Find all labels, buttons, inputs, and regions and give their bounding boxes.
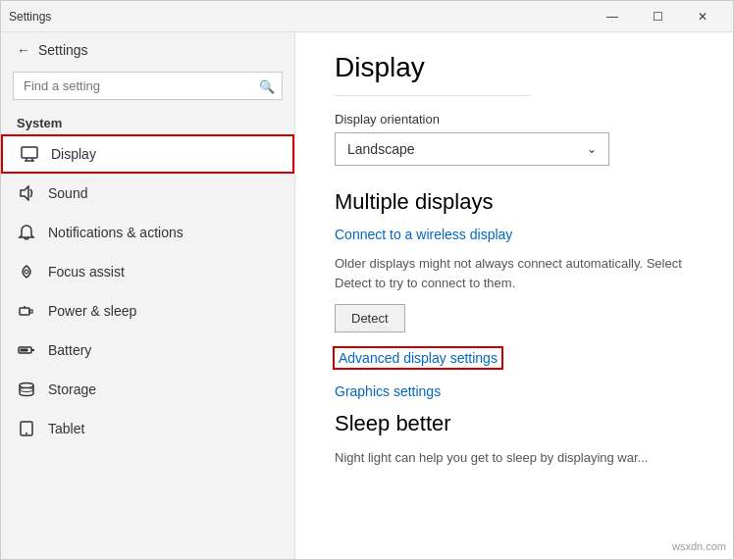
svg-rect-11: [21, 349, 28, 352]
sidebar-item-display-label: Display: [51, 146, 96, 162]
search-box: 🔍: [13, 72, 283, 100]
svg-point-5: [25, 270, 28, 274]
sidebar-item-power[interactable]: Power & sleep: [1, 291, 294, 331]
main-content: Display Display orientation Landscape ⌄ …: [295, 32, 733, 559]
storage-icon: [17, 380, 36, 399]
content-area: ← Settings 🔍 System: [1, 32, 733, 559]
sidebar: ← Settings 🔍 System: [1, 32, 295, 559]
graphics-settings-link[interactable]: Graphics settings: [335, 383, 694, 399]
sleep-description: Night light can help you get to sleep by…: [335, 448, 694, 468]
sidebar-item-notifications-label: Notifications & actions: [48, 225, 184, 240]
orientation-dropdown[interactable]: Landscape ⌄: [335, 132, 609, 166]
sidebar-item-sound[interactable]: Sound: [1, 174, 294, 213]
svg-rect-6: [20, 308, 29, 315]
svg-point-15: [26, 433, 27, 434]
title-bar: Settings — ☐ ✕: [1, 1, 733, 32]
svg-point-12: [20, 383, 33, 388]
connect-wireless-link[interactable]: Connect to a wireless display: [335, 227, 694, 242]
sidebar-section-label: System: [1, 108, 294, 134]
back-button[interactable]: ← Settings: [1, 32, 294, 68]
close-button[interactable]: ✕: [680, 1, 725, 32]
sound-icon: [17, 183, 36, 203]
detect-button[interactable]: Detect: [335, 304, 405, 332]
sidebar-item-notifications[interactable]: Notifications & actions: [1, 213, 294, 252]
settings-window: Settings — ☐ ✕ ← Settings 🔍 System: [0, 0, 734, 560]
maximize-button[interactable]: ☐: [635, 1, 680, 32]
advanced-display-link[interactable]: Advanced display settings: [335, 348, 501, 368]
sidebar-item-display[interactable]: Display: [1, 134, 294, 174]
sleep-section: Sleep better Night light can help you ge…: [335, 411, 694, 468]
window-controls: — ☐ ✕: [590, 1, 725, 32]
sidebar-item-battery[interactable]: Battery: [1, 331, 294, 370]
page-title: Display: [335, 52, 694, 83]
sidebar-item-battery-label: Battery: [48, 342, 91, 358]
search-input[interactable]: [13, 72, 283, 100]
svg-rect-10: [31, 349, 34, 351]
title-bar-left: Settings: [9, 10, 51, 24]
search-icon: 🔍: [259, 78, 275, 93]
notifications-icon: [17, 223, 36, 242]
power-icon: [17, 301, 36, 321]
sidebar-item-focus-label: Focus assist: [48, 264, 125, 280]
window-title: Settings: [9, 10, 51, 24]
orientation-label: Display orientation: [335, 112, 694, 127]
sidebar-item-storage[interactable]: Storage: [1, 370, 294, 409]
svg-rect-0: [22, 147, 37, 158]
dropdown-arrow-icon: ⌄: [587, 142, 597, 156]
battery-icon: [17, 340, 36, 360]
divider: [335, 95, 531, 96]
multiple-displays-heading: Multiple displays: [335, 189, 694, 215]
sidebar-item-sound-label: Sound: [48, 185, 87, 201]
tablet-icon: [17, 419, 36, 438]
svg-marker-4: [21, 186, 28, 200]
svg-rect-7: [29, 310, 32, 313]
sidebar-item-focus[interactable]: Focus assist: [1, 252, 294, 291]
orientation-value: Landscape: [347, 141, 415, 157]
multiple-displays-description: Older displays might not always connect …: [335, 254, 694, 292]
sidebar-item-storage-label: Storage: [48, 382, 96, 397]
back-arrow-icon: ←: [17, 42, 30, 58]
sidebar-item-tablet-label: Tablet: [48, 421, 84, 436]
focus-icon: [17, 262, 36, 281]
sidebar-item-tablet[interactable]: Tablet: [1, 409, 294, 448]
sidebar-app-title: Settings: [38, 42, 88, 58]
sidebar-item-power-label: Power & sleep: [48, 303, 136, 319]
display-icon: [20, 144, 39, 164]
sleep-heading: Sleep better: [335, 411, 694, 436]
minimize-button[interactable]: —: [590, 1, 635, 32]
